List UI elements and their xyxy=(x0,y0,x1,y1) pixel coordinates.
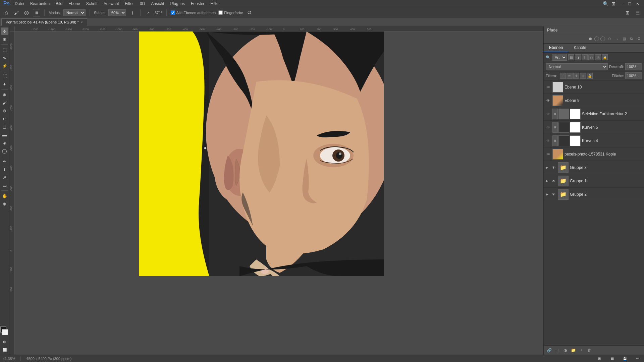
group1-arrow[interactable]: ▶ xyxy=(545,179,549,183)
rectangle-tool[interactable]: ▭ xyxy=(1,182,8,189)
lock-move-icon[interactable]: ✛ xyxy=(573,73,579,79)
visibility-selektive[interactable]: 👁 xyxy=(545,111,551,117)
layer-item-selektive[interactable]: 👁 ▦ Selektive Farbkorrektur 2 xyxy=(544,107,644,121)
marquee-tool[interactable]: ⬚ xyxy=(1,46,8,53)
menu-ebene[interactable]: Ebene xyxy=(66,1,83,7)
lock-pixel-icon[interactable]: 🔒 xyxy=(587,73,593,79)
menu-hilfe[interactable]: Hilfe xyxy=(208,1,221,7)
menu-bearbeiten[interactable]: Bearbeiten xyxy=(28,1,52,7)
add-group-icon[interactable]: 📁 xyxy=(570,347,577,354)
document-canvas[interactable] xyxy=(139,32,384,276)
blend-mode-select[interactable]: Normal xyxy=(546,63,608,70)
workspace-icon[interactable]: ⊞ xyxy=(610,0,617,7)
tab-close-button[interactable]: × xyxy=(81,20,83,24)
brush-options-icon[interactable]: 🖌 xyxy=(13,9,20,16)
home-icon[interactable]: ⌂ xyxy=(3,9,10,16)
delete-layer-icon[interactable]: 🗑 xyxy=(586,347,593,354)
visibility-ebene9[interactable]: 👁 xyxy=(545,98,551,104)
brush-preset-icon[interactable]: ◎ xyxy=(23,9,30,16)
panel-layers-icon[interactable]: ▤ xyxy=(621,36,627,42)
menu-3d[interactable]: 3D xyxy=(137,1,148,7)
layer-item-ebene9[interactable]: 👁 Ebene 9 xyxy=(544,94,644,107)
brush-settings-icon[interactable]: ▦ xyxy=(33,9,40,16)
screen-mode-icon[interactable]: ⬜ xyxy=(1,346,8,353)
menu-fenster[interactable]: Fenster xyxy=(188,1,207,7)
menu-datei[interactable]: Datei xyxy=(12,1,27,7)
filter-text-icon[interactable]: T xyxy=(582,54,588,60)
crop-tool[interactable]: ⛶ xyxy=(1,72,8,80)
panel-settings-icon[interactable]: ⚙ xyxy=(636,36,642,42)
maximize-icon[interactable]: □ xyxy=(626,0,633,7)
filter-smart-icon[interactable]: ◎ xyxy=(595,54,601,60)
layer-item-gruppe2[interactable]: ▶ 👁 📁 Gruppe 2 xyxy=(544,188,644,201)
canvas-content[interactable] xyxy=(15,32,543,355)
panel-arrow-icon[interactable]: → xyxy=(614,36,620,42)
reset-icon[interactable]: ↺ xyxy=(246,9,253,16)
visibility-gruppe1[interactable]: 👁 xyxy=(550,178,556,184)
canvas-area[interactable]: -1500 -1400 -1300 -1200 -1100 -1000 -900… xyxy=(9,26,543,355)
filter-shape-icon[interactable]: ◻ xyxy=(588,54,594,60)
quick-mask-icon[interactable]: ◐ xyxy=(1,338,8,345)
menu-plugins[interactable]: Plug-ins xyxy=(168,1,187,7)
filter-adj-icon[interactable]: ◑ xyxy=(575,54,581,60)
status-save-icon[interactable]: 💾 xyxy=(621,355,629,362)
artboard-tool[interactable]: ⊞ xyxy=(1,36,8,43)
panel-circle-icon2[interactable] xyxy=(600,37,605,41)
background-color[interactable] xyxy=(2,329,8,335)
quick-select-tool[interactable]: ⚡ xyxy=(1,62,8,69)
minimize-icon[interactable]: ─ xyxy=(618,0,625,7)
gradient-tool[interactable]: ▬ xyxy=(1,131,8,138)
panel-stack-icon[interactable]: ⧉ xyxy=(629,36,635,42)
photoshop-logo[interactable]: Ps xyxy=(3,0,10,7)
starke-select[interactable]: 60% xyxy=(108,9,126,16)
eraser-tool[interactable]: ◻ xyxy=(1,123,8,130)
fill-input[interactable] xyxy=(625,72,642,79)
group3-arrow[interactable]: ▶ xyxy=(545,166,549,170)
fingerfarbe-checkbox[interactable] xyxy=(218,10,223,15)
fingerfarbe-label[interactable]: Fingerfarbe xyxy=(218,10,243,15)
text-tool[interactable]: T xyxy=(1,166,8,173)
link-layers-icon[interactable]: 🔗 xyxy=(546,347,552,354)
visibility-pexels[interactable]: 👁 xyxy=(545,151,551,157)
eyedropper-tool[interactable]: ✦ xyxy=(1,80,8,88)
path-selection[interactable]: ↗ xyxy=(1,174,8,181)
layer-item-gruppe3[interactable]: ▶ 👁 📁 Gruppe 3 xyxy=(544,161,644,174)
modus-select[interactable]: Normal xyxy=(63,9,86,16)
history-brush[interactable]: ↩ xyxy=(1,115,8,122)
visibility-gruppe2[interactable]: 👁 xyxy=(550,191,556,197)
angle-icon[interactable]: ↗ xyxy=(145,9,152,16)
filter-pixel-icon[interactable]: ▤ xyxy=(568,54,574,60)
pressure-icon[interactable]: ⟩ xyxy=(129,9,136,16)
visibility-kurven4[interactable]: 👁 xyxy=(545,138,551,144)
status-arrange-icon[interactable]: ▦ xyxy=(608,355,616,362)
menu-schrift[interactable]: Schrift xyxy=(84,1,100,7)
layer-type-filter[interactable]: Art xyxy=(552,54,567,61)
lasso-tool[interactable]: ∿ xyxy=(1,54,8,61)
status-grid-icon[interactable]: ⊞ xyxy=(596,355,603,362)
add-layer-icon[interactable]: + xyxy=(578,347,585,354)
tab-kanaele[interactable]: Kanäle xyxy=(568,44,591,52)
lock-artboard-icon[interactable]: ⊞ xyxy=(580,73,586,79)
menu-ansicht[interactable]: Ansicht xyxy=(148,1,167,7)
dodge-tool[interactable]: ◯ xyxy=(1,147,8,155)
panel-circle-icon[interactable] xyxy=(594,37,599,41)
move-tool[interactable]: ✛ xyxy=(1,27,8,35)
visibility-ebene10[interactable]: 👁 xyxy=(545,84,551,90)
layer-item-pexels[interactable]: 👁 pexels-photo-1578531 Kopie xyxy=(544,147,644,161)
add-mask-icon[interactable]: ⬚ xyxy=(554,347,560,354)
menu-filter[interactable]: Filter xyxy=(122,1,137,7)
alle-ebenen-checkbox[interactable] xyxy=(171,10,175,15)
panel-diamond-icon[interactable]: ◇ xyxy=(606,36,612,42)
search-icon[interactable]: 🔍 xyxy=(602,0,609,7)
lock-draw-icon[interactable]: ✏ xyxy=(567,73,573,79)
brush-tool[interactable]: 🖌 xyxy=(1,99,8,106)
lock-all-icon[interactable]: ☰ xyxy=(560,73,566,79)
tab-ebenen[interactable]: Ebenen xyxy=(544,44,568,52)
alle-ebenen-label[interactable]: Alle Ebenen aufnehmen xyxy=(171,10,216,15)
blur-tool[interactable]: ◈ xyxy=(1,139,8,146)
add-adjustment-icon[interactable]: ◑ xyxy=(562,347,569,354)
status-more-icon[interactable]: ⋯ xyxy=(634,355,641,362)
document-tab[interactable]: Portrait.psdc bei 41,4% (Ebene 10, RGB/8… xyxy=(1,18,87,26)
layer-item-ebene10[interactable]: 👁 Ebene 10 xyxy=(544,80,644,94)
pen-tool[interactable]: ✒ xyxy=(1,158,8,165)
